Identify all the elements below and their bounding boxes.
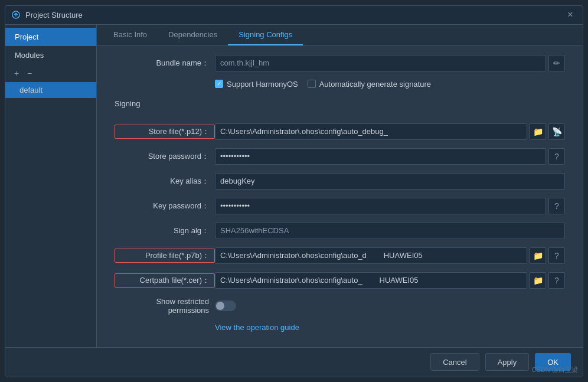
- dialog-title: Project Structure: [25, 11, 564, 19]
- sidebar-remove-button[interactable]: −: [24, 68, 35, 79]
- profile-file-row: Profile file(*.p7b)： 📁 ?: [115, 247, 565, 264]
- support-harmony-checkbox[interactable]: ✓: [215, 80, 223, 88]
- bundle-name-label: Bundle name：: [115, 58, 215, 68]
- tab-basic-info[interactable]: Basic Info: [103, 25, 158, 45]
- store-file-browse-icon[interactable]: 📁: [530, 123, 546, 140]
- key-alias-row: Key alias：: [115, 173, 565, 190]
- key-password-input[interactable]: [215, 198, 546, 214]
- auto-generate-label: Automatically generate signature: [319, 80, 431, 89]
- apply-button[interactable]: Apply: [485, 353, 530, 371]
- store-file-input[interactable]: [215, 123, 527, 140]
- close-button[interactable]: ×: [564, 8, 577, 21]
- checkbox-row: ✓ Support HarmonyOS Automatically genera…: [215, 80, 565, 89]
- store-file-input-wrapper: 📁 📡: [215, 123, 565, 140]
- bundle-name-edit-icon[interactable]: ✏: [548, 55, 565, 71]
- operation-guide-link[interactable]: View the operation guide: [215, 323, 565, 332]
- support-harmony-checkbox-item[interactable]: ✓ Support HarmonyOS: [215, 80, 298, 89]
- auto-generate-checkbox-item[interactable]: Automatically generate signature: [308, 80, 431, 89]
- project-structure-dialog: Project Structure × Project Modules + − …: [5, 5, 583, 377]
- sidebar-add-button[interactable]: +: [11, 68, 22, 79]
- store-password-label: Store password：: [115, 151, 215, 162]
- watermark: CSDN @白玉梁: [532, 365, 578, 374]
- profile-file-input[interactable]: [215, 247, 527, 264]
- bundle-name-input[interactable]: [215, 55, 546, 71]
- store-file-row: Store file(*.p12)： 📁 📡: [115, 123, 565, 140]
- show-restricted-row: Show restricted permissions: [115, 297, 565, 315]
- sidebar-subitem-default[interactable]: default: [5, 82, 96, 98]
- bundle-name-input-wrapper: ✏: [215, 55, 565, 71]
- tab-signing-configs[interactable]: Signing Configs: [228, 25, 303, 45]
- certpath-file-help-icon[interactable]: ?: [548, 272, 565, 289]
- key-password-input-wrapper: ?: [215, 198, 565, 214]
- dialog-footer: Cancel Apply OK: [5, 347, 583, 377]
- sidebar-module-header: + −: [5, 64, 96, 82]
- key-alias-input[interactable]: [215, 173, 565, 190]
- auto-generate-checkbox[interactable]: [308, 80, 316, 88]
- tabs-row: Basic Info Dependencies Signing Configs: [97, 25, 583, 45]
- certpath-file-label: Certpath file(*.cer)：: [115, 273, 215, 288]
- store-password-help-icon[interactable]: ?: [548, 148, 565, 165]
- profile-file-browse-icon[interactable]: 📁: [530, 247, 546, 264]
- key-password-row: Key password： ?: [115, 198, 565, 214]
- key-password-help-icon[interactable]: ?: [548, 198, 565, 214]
- profile-file-input-wrapper: 📁 ?: [215, 247, 565, 264]
- show-restricted-label: Show restricted permissions: [115, 297, 215, 315]
- app-icon: [11, 10, 21, 19]
- cancel-button[interactable]: Cancel: [430, 353, 479, 371]
- store-password-input-wrapper: ?: [215, 148, 565, 165]
- key-alias-label: Key alias：: [115, 176, 215, 187]
- show-restricted-toggle[interactable]: [215, 301, 236, 311]
- store-password-row: Store password： ?: [115, 148, 565, 165]
- dialog-body: Project Modules + − default Basic Info D…: [5, 25, 583, 347]
- sign-alg-row: Sign alg：: [115, 223, 565, 239]
- profile-file-help-icon[interactable]: ?: [548, 247, 565, 264]
- key-password-label: Key password：: [115, 201, 215, 211]
- sidebar-item-modules[interactable]: Modules: [5, 46, 96, 64]
- tab-dependencies[interactable]: Dependencies: [158, 25, 228, 45]
- title-bar: Project Structure ×: [5, 6, 583, 25]
- certpath-file-row: Certpath file(*.cer)： 📁 ?: [115, 272, 565, 289]
- sign-alg-label: Sign alg：: [115, 226, 215, 236]
- signing-title: Signing: [115, 99, 140, 108]
- store-file-wifi-icon[interactable]: 📡: [548, 123, 565, 140]
- sidebar: Project Modules + − default: [5, 25, 97, 347]
- main-area: Basic Info Dependencies Signing Configs …: [97, 25, 583, 347]
- certpath-file-input[interactable]: [215, 272, 527, 289]
- content-area: Bundle name： ✏ ✓ Support HarmonyOS: [97, 45, 583, 347]
- sidebar-item-project[interactable]: Project: [5, 28, 96, 46]
- store-file-label: Store file(*.p12)：: [115, 125, 215, 139]
- sign-alg-input[interactable]: [215, 223, 565, 239]
- profile-file-label: Profile file(*.p7b)：: [115, 249, 215, 263]
- certpath-file-input-wrapper: 📁 ?: [215, 272, 565, 289]
- store-password-input[interactable]: [215, 148, 546, 165]
- certpath-file-browse-icon[interactable]: 📁: [530, 272, 546, 289]
- signing-section: Signing: [115, 97, 565, 115]
- support-harmony-label: Support HarmonyOS: [227, 80, 298, 89]
- bundle-name-row: Bundle name： ✏: [115, 55, 565, 71]
